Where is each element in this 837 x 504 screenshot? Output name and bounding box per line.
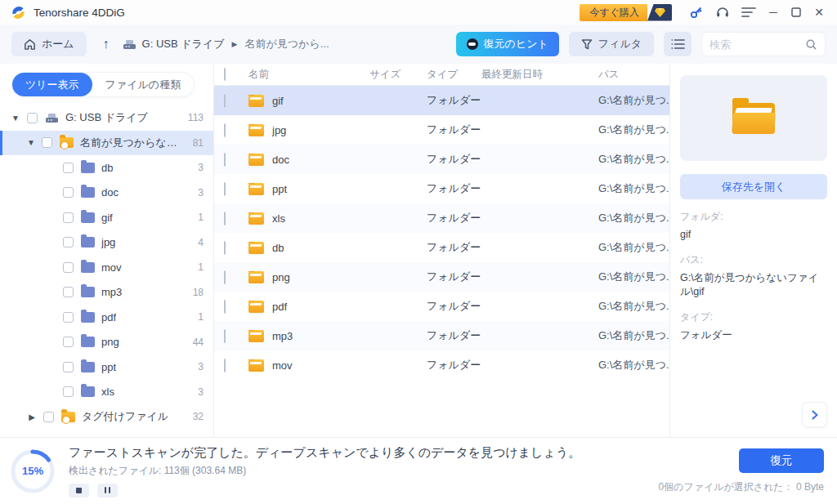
table-row[interactable]: jpg フォルダー G:\名前が見つ...: [214, 115, 669, 145]
breadcrumb-drive[interactable]: G: USB ドライブ: [123, 37, 225, 51]
tree-item-label: タグ付けファイル: [82, 409, 168, 424]
checkbox[interactable]: [63, 386, 74, 397]
breadcrumb: G: USB ドライブ ▶ 名前が見つから...: [123, 37, 329, 51]
folder-icon: [248, 124, 264, 136]
stop-scan-button[interactable]: [69, 484, 89, 497]
file-path: G:\名前が見つ...: [598, 328, 669, 343]
tab-file-type[interactable]: ファイルの種類: [92, 73, 195, 96]
file-name: doc: [272, 154, 289, 166]
checkbox[interactable]: [224, 359, 226, 372]
tab-tree-view[interactable]: ツリー表示: [12, 73, 92, 96]
folder-icon: [61, 412, 75, 422]
checkbox[interactable]: [42, 137, 52, 148]
folder-icon: [81, 163, 95, 173]
table-row[interactable]: gif フォルダー G:\名前が見つ...: [214, 86, 669, 115]
tree-item-count: 113: [183, 112, 204, 123]
menu-icon[interactable]: [738, 3, 759, 21]
checkbox[interactable]: [63, 163, 74, 173]
tree-item-pdf[interactable]: pdf 1: [0, 305, 213, 330]
table-row[interactable]: pdf フォルダー G:\名前が見つ...: [214, 292, 669, 321]
tree-item-db[interactable]: db 3: [0, 155, 213, 181]
column-header-name[interactable]: 名前: [248, 68, 369, 82]
column-header-type[interactable]: タイプ: [427, 68, 481, 82]
file-type: フォルダー: [427, 270, 481, 284]
checkbox[interactable]: [224, 329, 226, 343]
breadcrumb-folder[interactable]: 名前が見つから...: [244, 37, 329, 51]
tree-item-lost-files[interactable]: ▼ 名前が見つからないファ... 81: [0, 131, 213, 156]
tree-item-gif[interactable]: gif 1: [0, 205, 213, 230]
filter-button[interactable]: フィルタ: [569, 32, 654, 56]
tree-item-ppt[interactable]: ppt 3: [0, 355, 213, 380]
table-row[interactable]: png フォルダー G:\名前が見つ...: [214, 262, 669, 292]
column-header-size[interactable]: サイズ: [369, 68, 427, 82]
checkbox[interactable]: [63, 237, 74, 248]
file-type: フォルダー: [427, 358, 481, 372]
recovery-hint-button[interactable]: 復元のヒント: [456, 32, 559, 56]
checkbox[interactable]: [224, 94, 226, 108]
checkbox[interactable]: [224, 123, 226, 137]
next-item-button[interactable]: [802, 402, 827, 427]
tree-item-mov[interactable]: mov 1: [0, 255, 213, 280]
checkbox[interactable]: [224, 300, 226, 314]
checkbox[interactable]: [224, 182, 226, 196]
maximize-button[interactable]: [785, 2, 808, 22]
collapse-icon[interactable]: ▼: [27, 138, 35, 147]
home-button[interactable]: ホーム: [11, 32, 87, 56]
column-header-modified[interactable]: 最終更新日時: [481, 68, 598, 82]
file-name: pdf: [272, 301, 287, 313]
support-headset-icon[interactable]: [712, 3, 733, 21]
table-row[interactable]: mp3 フォルダー G:\名前が見つ...: [214, 321, 669, 350]
app-logo-icon: [10, 4, 27, 21]
select-all-checkbox[interactable]: [224, 68, 226, 81]
table-row[interactable]: xls フォルダー G:\名前が見つ...: [214, 203, 669, 233]
checkbox[interactable]: [224, 153, 226, 167]
table-row[interactable]: ppt フォルダー G:\名前が見つ...: [214, 174, 669, 203]
checkbox[interactable]: [63, 362, 74, 372]
checkbox[interactable]: [63, 287, 74, 297]
table-row[interactable]: doc フォルダー G:\名前が見つ...: [214, 145, 669, 174]
checkbox[interactable]: [63, 312, 74, 323]
tree-item-png[interactable]: png 44: [0, 330, 213, 355]
checkbox[interactable]: [224, 241, 226, 255]
open-save-location-button[interactable]: 保存先を開く: [680, 174, 827, 199]
checkbox[interactable]: [63, 262, 74, 273]
table-row[interactable]: db フォルダー G:\名前が見つ...: [214, 233, 669, 262]
search-box: [701, 32, 826, 56]
tree-item-jpg[interactable]: jpg 4: [0, 230, 213, 256]
collapse-icon[interactable]: ▼: [11, 114, 20, 123]
checkbox[interactable]: [63, 212, 74, 223]
tree-item-count: 3: [193, 361, 204, 372]
pause-scan-button[interactable]: [97, 484, 118, 497]
table-row[interactable]: mov フォルダー G:\名前が見つ...: [214, 350, 669, 380]
navigate-up-icon[interactable]: ↑: [103, 37, 110, 51]
tree-item-count: 1: [193, 212, 204, 223]
checkbox[interactable]: [27, 113, 38, 123]
buy-now-button[interactable]: 今すぐ購入: [580, 4, 672, 21]
checkbox[interactable]: [63, 187, 74, 198]
checkbox[interactable]: [224, 270, 226, 284]
checkbox[interactable]: [224, 212, 226, 225]
list-view-button[interactable]: [664, 32, 692, 56]
minimize-button[interactable]: ─: [762, 2, 785, 22]
checkbox[interactable]: [63, 337, 74, 347]
tree-item-usb-drive[interactable]: ▼ G: USB ドライブ 113: [0, 105, 213, 131]
recover-button[interactable]: 復元: [739, 448, 824, 473]
sidebar-view-tabs: ツリー表示 ファイルの種類: [11, 72, 195, 97]
tree-item-tagged-files[interactable]: ▶ タグ付けファイル 32: [0, 404, 213, 430]
register-key-icon[interactable]: [686, 3, 707, 21]
file-type: フォルダー: [427, 328, 481, 343]
tree-item-doc[interactable]: doc 3: [0, 181, 213, 206]
expand-icon[interactable]: ▶: [27, 413, 37, 421]
folder-icon: [81, 337, 95, 347]
file-name: jpg: [272, 124, 286, 136]
folder-icon: [81, 262, 95, 273]
tree-item-xls[interactable]: xls 3: [0, 380, 213, 405]
checkbox[interactable]: [43, 412, 54, 422]
close-button[interactable]: ✕: [808, 2, 830, 22]
tree-item-mp3[interactable]: mp3 18: [0, 280, 213, 306]
file-path: G:\名前が見つ...: [598, 240, 669, 255]
column-header-path[interactable]: パス: [598, 68, 669, 82]
folder-icon: [81, 312, 95, 323]
search-input[interactable]: [709, 38, 805, 51]
preview-panel: 保存先を開く フォルダ: gif パス: G:\名前が見つからないファイル\gi…: [670, 64, 837, 437]
